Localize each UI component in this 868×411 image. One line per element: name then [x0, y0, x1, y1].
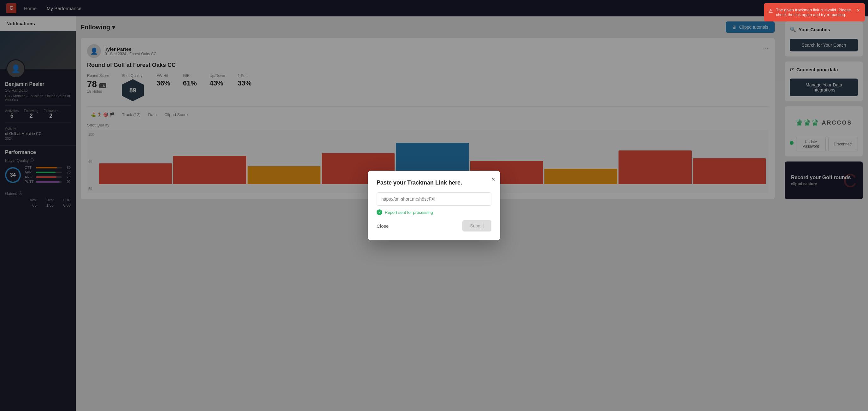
success-check-icon: ✓: [377, 210, 382, 215]
modal-title: Paste your Trackman Link here.: [377, 180, 491, 186]
trackman-link-input[interactable]: [377, 192, 491, 205]
warning-icon: ⚠: [768, 8, 773, 14]
toast-message: The given trackman link is invalid. Plea…: [776, 7, 854, 17]
modal-footer: Close Submit: [377, 220, 491, 231]
error-toast: ⚠ The given trackman link is invalid. Pl…: [764, 3, 865, 22]
modal-close-button[interactable]: ×: [491, 176, 495, 183]
modal-submit-button[interactable]: Submit: [462, 220, 491, 231]
modal-success-message: ✓ Report sent for processing: [377, 210, 491, 215]
modal-overlay[interactable]: Paste your Trackman Link here. × ✓ Repor…: [0, 0, 868, 411]
trackman-modal: Paste your Trackman Link here. × ✓ Repor…: [368, 171, 500, 240]
modal-close-text-button[interactable]: Close: [377, 223, 389, 229]
toast-close-button[interactable]: ×: [857, 7, 860, 13]
